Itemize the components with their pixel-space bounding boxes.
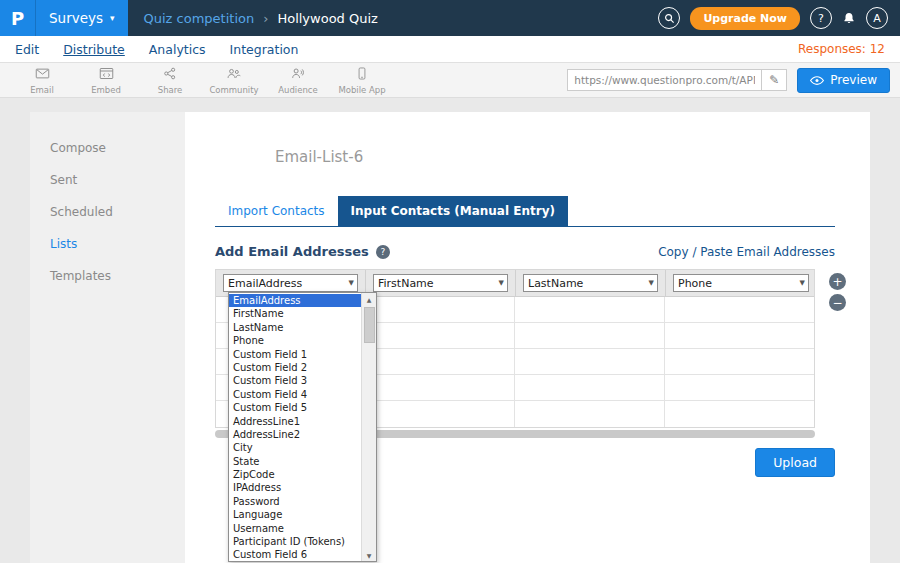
dropdown-option[interactable]: LastName — [229, 321, 361, 334]
toolbar-item-label: Mobile App — [338, 85, 385, 95]
grid-cell[interactable] — [515, 323, 665, 348]
grid-cell[interactable] — [515, 401, 665, 427]
eye-icon — [810, 75, 824, 86]
dropdown-option[interactable]: Username — [229, 522, 361, 535]
field-select-3[interactable]: LastName ▼ — [523, 274, 658, 292]
dropdown-option[interactable]: Custom Field 5 — [229, 401, 361, 414]
field-select-1-value: EmailAddress — [228, 277, 302, 290]
nav-item-edit[interactable]: Edit — [15, 42, 39, 57]
grid-cell[interactable] — [665, 401, 815, 427]
toolbar-item-embed[interactable]: Embed — [74, 66, 138, 95]
toolbar-item-mobile-app[interactable]: Mobile App — [330, 66, 394, 95]
dropdown-option[interactable]: Phone — [229, 334, 361, 347]
grid-cell[interactable] — [515, 375, 665, 400]
sidebar-item-scheduled[interactable]: Scheduled — [30, 196, 185, 228]
help-button[interactable]: ? — [810, 7, 832, 29]
dropdown-option[interactable]: Custom Field 4 — [229, 388, 361, 401]
grid-cell[interactable] — [665, 323, 815, 348]
dropdown-option[interactable]: Language — [229, 508, 361, 521]
grid-cell[interactable] — [366, 297, 516, 322]
field-select-4[interactable]: Phone ▼ — [673, 274, 809, 292]
toolbar-item-share[interactable]: Share — [138, 66, 202, 95]
toolbar-item-label: Share — [158, 85, 183, 95]
dropdown-option[interactable]: State — [229, 455, 361, 468]
breadcrumb-parent-link[interactable]: Quiz competition — [144, 11, 255, 26]
section-title: Add Email Addresses — [215, 244, 369, 259]
dropdown-option[interactable]: Custom Field 2 — [229, 361, 361, 374]
select-arrow-icon: ▼ — [800, 279, 805, 287]
preview-button-label: Preview — [830, 73, 877, 87]
section-header-row: Add Email Addresses ? Copy / Paste Email… — [215, 244, 835, 259]
responses-count[interactable]: Responses: 12 — [798, 42, 885, 56]
remove-row-button[interactable]: − — [829, 294, 846, 311]
toolbar-item-label: Community — [209, 85, 258, 95]
toolbar-item-label: Embed — [91, 85, 121, 95]
toolbar-item-email[interactable]: Email — [10, 66, 74, 95]
section-nav: Edit Distribute Analytics Integration Re… — [0, 36, 900, 63]
avatar[interactable]: A — [866, 7, 888, 29]
sidebar-item-sent[interactable]: Sent — [30, 164, 185, 196]
questionpro-logo[interactable]: P — [0, 0, 36, 36]
grid-cell[interactable] — [515, 349, 665, 374]
scroll-down-icon[interactable]: ▼ — [362, 549, 376, 561]
notifications-bell-icon[interactable] — [842, 11, 856, 26]
toolbar-item-audience[interactable]: Audience — [266, 66, 330, 95]
dropdown-option[interactable]: AddressLine1 — [229, 415, 361, 428]
copy-paste-email-link[interactable]: Copy / Paste Email Addresses — [658, 245, 835, 259]
dropdown-option[interactable]: ZipCode — [229, 468, 361, 481]
breadcrumb-separator: › — [263, 11, 268, 26]
help-icon[interactable]: ? — [376, 245, 390, 259]
nav-item-distribute[interactable]: Distribute — [63, 42, 125, 57]
nav-item-analytics[interactable]: Analytics — [149, 42, 206, 57]
grid-cell[interactable] — [665, 375, 815, 400]
distribute-toolbar: Email Embed Share Community — [0, 63, 900, 98]
grid-cell[interactable] — [366, 349, 516, 374]
search-icon[interactable] — [658, 7, 680, 29]
main-panel: Email-List-6 Import Contacts Input Conta… — [185, 112, 870, 563]
dropdown-option[interactable]: City — [229, 441, 361, 454]
upgrade-now-button[interactable]: Upgrade Now — [690, 7, 800, 30]
dropdown-option[interactable]: AddressLine2 — [229, 428, 361, 441]
nav-item-integration[interactable]: Integration — [230, 42, 299, 57]
grid-header-cell: FirstName ▼ — [366, 270, 516, 296]
field-select-1[interactable]: EmailAddress ▼ — [223, 274, 358, 292]
dropdown-option[interactable]: IPAddress — [229, 481, 361, 494]
dropdown-option[interactable]: FirstName — [229, 307, 361, 320]
chevron-down-icon: ▾ — [110, 14, 115, 23]
dropdown-scrollbar[interactable]: ▲ ▼ — [361, 293, 376, 561]
sidebar-item-templates[interactable]: Templates — [30, 260, 185, 292]
grid-cell[interactable] — [366, 401, 516, 427]
surveys-menu[interactable]: Surveys ▾ — [36, 0, 128, 36]
select-arrow-icon: ▼ — [649, 279, 654, 287]
email-icon — [34, 66, 51, 84]
dropdown-option[interactable]: EmailAddress — [229, 294, 361, 307]
grid-cell[interactable] — [665, 349, 815, 374]
dropdown-option[interactable]: Password — [229, 495, 361, 508]
survey-url-input[interactable] — [567, 69, 762, 91]
sidebar-item-compose[interactable]: Compose — [30, 132, 185, 164]
field-select-2[interactable]: FirstName ▼ — [373, 274, 508, 292]
dropdown-option[interactable]: Custom Field 6 — [229, 548, 361, 561]
grid-cell[interactable] — [366, 323, 516, 348]
sidebar-item-lists[interactable]: Lists — [30, 228, 185, 260]
scrollbar-thumb[interactable] — [364, 307, 375, 343]
grid-cell[interactable] — [665, 297, 815, 322]
tab-import-contacts[interactable]: Import Contacts — [215, 196, 338, 226]
add-row-button[interactable]: + — [829, 273, 846, 290]
field-select-2-value: FirstName — [378, 277, 434, 290]
share-icon — [162, 66, 178, 84]
grid-cell[interactable] — [366, 375, 516, 400]
grid-cell[interactable] — [515, 297, 665, 322]
field-select-4-value: Phone — [678, 277, 712, 290]
toolbar-item-community[interactable]: Community — [202, 66, 266, 95]
dropdown-option[interactable]: Custom Field 1 — [229, 348, 361, 361]
scroll-up-icon[interactable]: ▲ — [362, 293, 376, 305]
edit-url-button[interactable]: ✎ — [762, 69, 787, 91]
dropdown-option[interactable]: Participant ID (Tokens) — [229, 535, 361, 548]
top-bar: P Surveys ▾ Quiz competition › Hollywood… — [0, 0, 900, 36]
preview-button[interactable]: Preview — [797, 68, 890, 93]
embed-icon — [98, 66, 115, 84]
tab-input-contacts-manual[interactable]: Input Contacts (Manual Entry) — [338, 196, 568, 226]
dropdown-option[interactable]: Custom Field 3 — [229, 374, 361, 387]
upload-button[interactable]: Upload — [755, 448, 835, 477]
